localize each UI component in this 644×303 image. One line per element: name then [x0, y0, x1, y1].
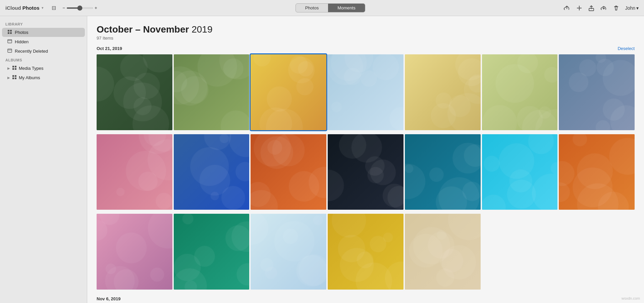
photo-cell-p10[interactable] — [251, 134, 326, 210]
svg-rect-3 — [8, 30, 9, 32]
section1-header: Oct 21, 2019 Deselect — [97, 46, 635, 51]
photo-cell-p11[interactable] — [328, 134, 404, 210]
trash-button[interactable] — [613, 5, 619, 11]
zoom-minus-icon: − — [63, 5, 65, 10]
section2-date: Nov 6, 2019 — [97, 296, 121, 301]
segment-moments-button[interactable]: Moments — [328, 4, 365, 12]
svg-rect-13 — [12, 68, 14, 70]
share-button[interactable] — [588, 5, 594, 11]
brand-icloud: iCloud — [5, 5, 21, 11]
sidebar-group-media-types[interactable]: ▶ Media Types — [2, 64, 85, 73]
media-types-folder-icon — [12, 65, 17, 71]
recently-deleted-icon — [7, 48, 12, 54]
svg-rect-18 — [15, 78, 16, 79]
content-title-year: 2019 — [192, 24, 212, 35]
user-chevron-icon: ▾ — [636, 5, 639, 11]
photo-grid-row3 — [97, 214, 635, 290]
content-header: October – November 2019 97 Items — [97, 24, 635, 41]
photo-cell-p13[interactable] — [482, 134, 558, 210]
user-name: John — [625, 5, 635, 11]
add-button[interactable] — [576, 5, 582, 11]
svg-rect-9 — [8, 49, 12, 52]
photo-cell-p18[interactable] — [328, 214, 404, 290]
svg-rect-17 — [12, 78, 14, 79]
svg-rect-7 — [8, 40, 12, 43]
sidebar-toggle-button[interactable]: ⊟ — [50, 3, 57, 12]
user-menu[interactable]: John ▾ — [625, 5, 639, 11]
photo-cell-p9[interactable] — [174, 134, 250, 210]
photo-cell-p19[interactable] — [405, 214, 481, 290]
photos-grid-icon — [7, 30, 12, 35]
download-button[interactable] — [600, 5, 607, 11]
deselect-button[interactable]: Deselect — [618, 46, 635, 51]
content-item-count: 97 Items — [97, 36, 635, 41]
content-title-main: October – November — [97, 24, 189, 35]
photo-cell-p6[interactable] — [482, 54, 558, 130]
photo-cell-p14[interactable] — [559, 134, 635, 210]
segment-control: Photos Moments — [296, 3, 365, 12]
topbar: iCloud Photos ▾ ⊟ − + Photos Moments — [0, 0, 644, 16]
section2-header: Nov 6, 2019 — [97, 296, 635, 301]
photo-cell-p12[interactable] — [405, 134, 481, 210]
zoom-plus-icon: + — [95, 5, 97, 10]
watermark: wsxdn.com — [622, 296, 640, 300]
sidebar: Library Photos Hidden — [0, 16, 87, 303]
main-layout: Library Photos Hidden — [0, 16, 644, 303]
photo-cell-p4[interactable] — [328, 54, 404, 130]
svg-rect-12 — [15, 66, 16, 67]
brand-chevron-icon[interactable]: ▾ — [42, 6, 44, 10]
sidebar-item-hidden[interactable]: Hidden — [2, 37, 85, 46]
svg-rect-16 — [15, 75, 16, 77]
zoom-control: − + — [63, 5, 97, 10]
media-types-chevron-icon: ▶ — [7, 66, 10, 70]
svg-rect-14 — [15, 68, 16, 70]
photo-cell-p3[interactable] — [251, 54, 326, 130]
sidebar-item-photos[interactable]: Photos — [2, 28, 85, 37]
view-toggle: ⊟ — [50, 3, 57, 12]
my-albums-chevron-icon: ▶ — [7, 76, 10, 80]
upload-to-cloud-button[interactable] — [564, 5, 570, 11]
library-section-label: Library — [0, 20, 87, 28]
sidebar-group-my-albums[interactable]: ▶ My Albums — [2, 73, 85, 82]
svg-rect-5 — [8, 32, 9, 34]
sidebar-hidden-label: Hidden — [15, 39, 29, 44]
brand: iCloud Photos ▾ — [5, 5, 44, 11]
segment-control-container: Photos Moments — [101, 3, 559, 12]
brand-photos: Photos — [22, 5, 40, 11]
photo-cell-p5[interactable] — [405, 54, 481, 130]
photo-cell-p7[interactable] — [559, 54, 635, 130]
photo-grid-row2 — [97, 134, 635, 210]
svg-rect-15 — [12, 75, 14, 77]
section1-date: Oct 21, 2019 — [97, 46, 122, 51]
my-albums-label: My Albums — [19, 75, 40, 80]
zoom-slider[interactable] — [66, 7, 93, 9]
svg-rect-11 — [12, 66, 14, 67]
photo-cell-p2[interactable] — [174, 54, 250, 130]
photo-cell-p16[interactable] — [174, 214, 250, 290]
topbar-actions: John ▾ — [564, 5, 639, 11]
photo-grid-row1 — [97, 54, 635, 130]
photo-cell-p1[interactable] — [97, 54, 172, 130]
sidebar-item-recently-deleted[interactable]: Recently Deleted — [2, 47, 85, 56]
my-albums-folder-icon — [12, 75, 17, 81]
sidebar-photos-label: Photos — [15, 30, 28, 35]
photo-cell-p17[interactable] — [251, 214, 326, 290]
albums-section-label: Albums — [0, 56, 87, 63]
segment-photos-button[interactable]: Photos — [296, 4, 328, 12]
hidden-icon — [7, 39, 12, 45]
photo-cell-p15[interactable] — [97, 214, 172, 290]
media-types-label: Media Types — [19, 66, 43, 71]
content-title: October – November 2019 — [97, 24, 635, 35]
content-area: October – November 2019 97 Items Oct 21,… — [87, 16, 644, 303]
svg-rect-6 — [10, 32, 12, 34]
photo-cell-p8[interactable] — [97, 134, 172, 210]
sidebar-recently-deleted-label: Recently Deleted — [15, 49, 48, 54]
svg-rect-4 — [10, 30, 12, 32]
